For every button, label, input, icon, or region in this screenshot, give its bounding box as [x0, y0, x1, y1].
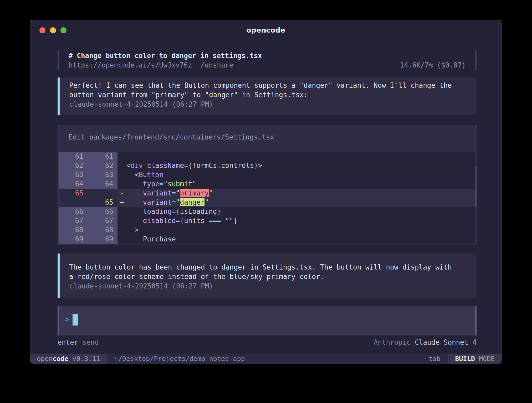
code-token: ===	[209, 217, 221, 225]
status-bar: opencodev0.3.11 ~/Desktop/Projects/demo-…	[30, 354, 502, 364]
code-token: variant	[143, 198, 172, 206]
code-token: "	[176, 198, 180, 206]
code-token: <	[126, 162, 131, 169]
code-token: =	[184, 162, 188, 169]
prompt-input[interactable]: >	[58, 306, 477, 335]
mode-label: MODE	[479, 355, 495, 363]
edit-tool-title: Edit packages/frontend/src/containers/Se…	[59, 125, 475, 152]
unshare-command[interactable]: /unshare	[201, 61, 233, 69]
provider-name: Anthropic	[374, 338, 411, 346]
code-token: >	[135, 226, 139, 234]
code-token: =	[176, 217, 180, 225]
code-token	[126, 235, 143, 243]
session-title: # Change button color to danger in setti…	[69, 51, 475, 60]
code-token	[126, 226, 135, 234]
code-token: className	[147, 162, 184, 169]
new-line-number: 66	[88, 207, 117, 216]
old-line-number: 65	[59, 189, 88, 198]
change-marker	[117, 179, 126, 189]
code-line: variant="danger"	[126, 198, 475, 207]
change-marker	[117, 207, 126, 216]
code-token: {units	[180, 217, 209, 225]
session-content: # Change button color to danger in setti…	[58, 20, 477, 364]
code-token: div	[131, 162, 143, 169]
code-token: =	[172, 208, 176, 215]
diff-row-ctx: 6868 >	[59, 225, 475, 235]
share-url-link[interactable]: https://opencode.ai/s/UwJxv76z	[69, 61, 192, 69]
code-token: {formCs.controls}	[188, 162, 258, 169]
code-token: "	[204, 198, 209, 206]
code-token	[126, 180, 143, 188]
message-line: a red/rose color scheme instead of the b…	[69, 272, 477, 281]
change-marker	[117, 225, 126, 235]
change-marker	[117, 170, 126, 179]
text-cursor	[73, 314, 78, 326]
scrollbar-thumb[interactable]	[475, 167, 477, 206]
old-line-number: 67	[59, 216, 88, 225]
code-line: variant="primary"	[126, 189, 475, 198]
app-name-open: open	[37, 355, 53, 363]
new-line-number: 64	[88, 179, 117, 189]
code-token: type	[143, 180, 160, 188]
code-token	[221, 217, 225, 225]
added-text-highlight: danger	[180, 198, 205, 206]
mode-badge[interactable]: BUILDMODE	[448, 354, 502, 364]
hint-row: enter send Anthropic Claude Sonnet 4	[58, 338, 477, 347]
assistant-message: Perfect! I can see that the Button compo…	[58, 78, 477, 115]
change-marker	[117, 216, 126, 225]
code-token	[126, 217, 143, 225]
old-line-number: 68	[59, 225, 88, 235]
status-right: tab BUILDMODE	[428, 354, 502, 364]
code-token: Button	[139, 171, 163, 179]
code-token: "	[176, 189, 180, 197]
code-line: <div className={formCs.controls}>	[126, 161, 475, 170]
code-line: loading={isLoading}	[126, 207, 475, 216]
code-token: =	[159, 180, 163, 188]
diff-row-ctx: 6262<div className={formCs.controls}>	[59, 161, 475, 170]
code-token: "	[163, 180, 168, 188]
code-token: Purchase	[143, 235, 176, 243]
message-line: The button color has been changed to dan…	[69, 262, 477, 272]
opencode-window: opencode # Change button color to danger…	[30, 20, 502, 364]
diff-row-ctx: 6363 <Button	[59, 170, 475, 179]
app-version: v0.3.11	[72, 355, 100, 363]
old-line-number: 66	[59, 207, 88, 216]
code-token: {isLoading}	[176, 208, 221, 215]
diff-row-add: 65+ variant="danger"	[59, 198, 475, 207]
old-line-number: 61	[59, 152, 88, 161]
code-token: =	[172, 189, 176, 197]
code-line: >	[126, 225, 475, 235]
diff-row-ctx: 6464 type="submit"	[59, 179, 475, 189]
tab-key-hint[interactable]: tab	[428, 355, 440, 363]
status-left: opencodev0.3.11 ~/Desktop/Projects/demo-…	[30, 354, 245, 364]
new-line-number: 69	[88, 235, 117, 244]
new-line-number: 65	[88, 198, 117, 207]
session-header: # Change button color to danger in setti…	[58, 50, 477, 70]
code-token: "	[209, 189, 213, 197]
new-line-number: 63	[88, 170, 117, 179]
old-line-number: 64	[59, 179, 88, 189]
prompt-symbol: >	[65, 315, 69, 324]
code-line	[126, 152, 475, 161]
message-line: Perfect! I can see that the Button compo…	[69, 81, 477, 90]
old-line-number: 63	[59, 170, 88, 179]
message-line: button variant from "primary" to "danger…	[69, 90, 477, 100]
removed-text-highlight: primary	[180, 189, 209, 197]
model-indicator[interactable]: Anthropic Claude Sonnet 4	[374, 338, 477, 347]
code-token: variant	[143, 189, 172, 197]
old-line-number	[59, 198, 88, 207]
code-token	[143, 162, 147, 169]
assistant-message: The button color has been changed to dan…	[58, 254, 477, 298]
app-name-code: code	[53, 355, 68, 363]
old-line-number: 69	[59, 235, 88, 244]
new-line-number: 61	[88, 152, 117, 161]
code-token	[126, 198, 143, 206]
change-marker	[117, 152, 126, 161]
model-name: Claude Sonnet 4	[415, 338, 477, 346]
code-token: disabled	[143, 217, 176, 225]
diff-row-ctx: 6161	[59, 152, 475, 161]
code-token	[126, 189, 143, 197]
code-token: <	[135, 171, 139, 179]
message-meta: claude-sonnet-4-20250514 (06:27 PM)	[69, 100, 477, 109]
code-token	[126, 208, 143, 215]
